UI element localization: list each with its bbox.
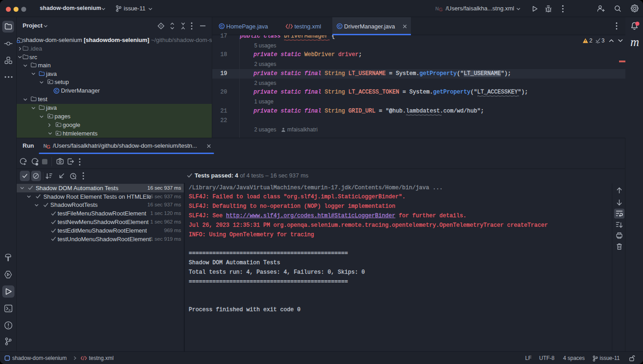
svg-text:G: G xyxy=(439,7,443,12)
svg-text:N: N xyxy=(435,6,439,11)
svg-text:C: C xyxy=(338,24,341,28)
svg-text:G: G xyxy=(47,144,51,149)
svg-text:C: C xyxy=(220,24,223,28)
svg-text:C: C xyxy=(55,89,58,93)
